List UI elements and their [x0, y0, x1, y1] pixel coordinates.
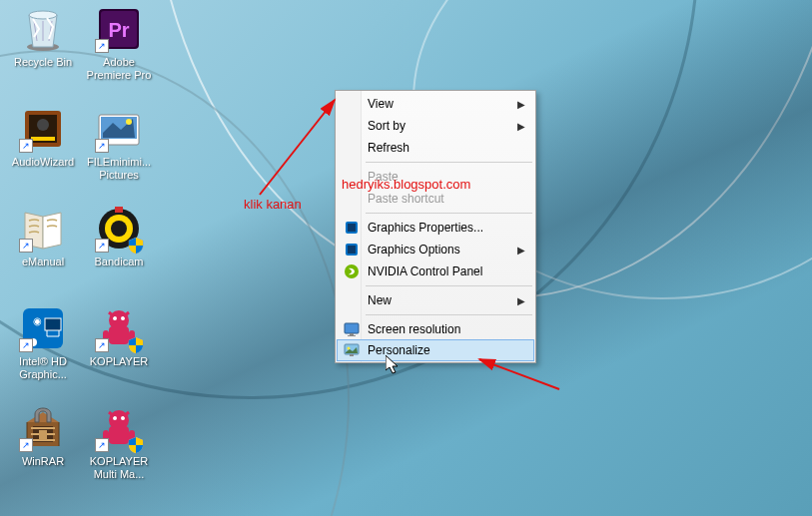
premiere-icon: Pr↗ [95, 5, 143, 53]
menu-item-label: New [368, 293, 392, 307]
menu-separator [366, 285, 532, 286]
svg-rect-27 [39, 430, 47, 440]
desktop-icon-label: WinRAR [6, 454, 80, 469]
shortcut-arrow-icon: ↗ [19, 139, 33, 153]
submenu-arrow-icon: ▶ [517, 245, 525, 256]
desktop-icon-label: Intel® HD Graphic... [6, 354, 80, 382]
shortcut-arrow-icon: ↗ [95, 338, 109, 352]
intel-hd-icon: ◉↗ [19, 304, 67, 352]
uac-shield-icon [127, 237, 145, 255]
menu-separator [366, 314, 532, 315]
menu-item-graphics-properties[interactable]: Graphics Properties... [338, 217, 533, 239]
desktop-icon-label: Bandicam [82, 255, 156, 269]
submenu-arrow-icon: ▶ [517, 121, 525, 132]
menu-item-nvidia-control-panel[interactable]: NVIDIA Control Panel [338, 260, 533, 282]
audiowizard-icon: ↗ [19, 105, 67, 153]
desktop-icon-audiowizard[interactable]: ↗AudioWizard [6, 105, 80, 170]
svg-point-1 [29, 11, 57, 19]
svg-point-11 [126, 119, 132, 125]
menu-item-label: Refresh [368, 141, 409, 155]
desktop-icon-label: eManual [6, 255, 80, 269]
recycle-bin-icon [19, 5, 67, 53]
svg-point-14 [111, 221, 127, 237]
svg-point-33 [121, 416, 125, 420]
svg-text:Pr: Pr [108, 19, 129, 41]
emanual-icon: ↗ [19, 205, 67, 253]
desktop-icon-winrar[interactable]: ↗WinRAR [6, 404, 80, 469]
menu-item-label: View [368, 97, 394, 111]
desktop-icon-label: FILEminimi... Pictures [82, 155, 156, 183]
svg-rect-44 [350, 354, 354, 356]
menu-item-view[interactable]: View▶ [338, 93, 533, 115]
desktop-icon-bandicam[interactable]: ↗Bandicam [82, 205, 156, 269]
menu-item-paste: Paste [338, 166, 533, 188]
desktop-icon-label: Adobe Premiere Pro [82, 55, 156, 83]
menu-item-graphics-options[interactable]: Graphics Options▶ [338, 239, 533, 260]
svg-text:◉: ◉ [33, 315, 42, 326]
koplayer-multi-icon: ↗ [95, 404, 143, 452]
svg-rect-39 [345, 323, 359, 333]
menu-item-screen-resolution[interactable]: Screen resolution [338, 318, 533, 340]
nvidia-icon [344, 263, 360, 279]
desktop-icon-label: AudioWizard [6, 155, 80, 170]
menu-item-label: Paste shortcut [368, 192, 444, 206]
svg-rect-35 [348, 224, 356, 232]
menu-item-label: Paste [368, 170, 399, 184]
menu-item-new[interactable]: New▶ [338, 289, 533, 311]
shortcut-arrow-icon: ↗ [95, 39, 109, 53]
shortcut-arrow-icon: ↗ [19, 438, 33, 452]
menu-item-label: Sort by [368, 119, 406, 133]
desktop-icon-intel-hd[interactable]: ◉↗Intel® HD Graphic... [6, 304, 80, 382]
svg-rect-8 [31, 137, 55, 141]
desktop-icon-fileminimizer[interactable]: ↗FILEminimi... Pictures [82, 105, 156, 183]
winrar-icon: ↗ [19, 404, 67, 452]
menu-item-label: Personalize [368, 343, 430, 357]
svg-rect-37 [348, 246, 356, 254]
desktop-icon-recycle-bin[interactable]: Recycle Bin [6, 5, 80, 70]
monitor-icon [344, 321, 360, 337]
desktop-context-menu: View▶Sort by▶RefreshPastePaste shortcutG… [335, 90, 536, 363]
shortcut-arrow-icon: ↗ [95, 239, 109, 253]
desktop-icon-emanual[interactable]: ↗eManual [6, 205, 80, 269]
uac-shield-icon [127, 336, 145, 354]
shortcut-arrow-icon: ↗ [19, 338, 33, 352]
svg-rect-41 [348, 335, 356, 336]
svg-rect-29 [109, 426, 129, 444]
svg-rect-15 [115, 207, 123, 213]
intel-chip-icon [344, 242, 360, 258]
menu-separator [366, 162, 532, 163]
personalize-icon [344, 342, 360, 358]
bandicam-icon: ↗ [95, 205, 143, 253]
menu-item-paste-shortcut: Paste shortcut [338, 188, 533, 210]
svg-point-7 [37, 119, 49, 131]
shortcut-arrow-icon: ↗ [95, 139, 109, 153]
menu-item-label: Screen resolution [368, 322, 460, 336]
menu-item-label: NVIDIA Control Panel [368, 264, 482, 278]
submenu-arrow-icon: ▶ [517, 295, 525, 306]
desktop-icon-koplayer-multi[interactable]: ↗KOPLAYER Multi Ma... [82, 404, 156, 482]
svg-rect-40 [350, 333, 354, 335]
desktop-icon-premiere[interactable]: Pr↗Adobe Premiere Pro [82, 5, 156, 83]
menu-item-refresh[interactable]: Refresh [338, 137, 533, 159]
submenu-arrow-icon: ▶ [517, 99, 525, 110]
menu-item-sort-by[interactable]: Sort by▶ [338, 115, 533, 137]
desktop-icon-koplayer[interactable]: ↗KOPLAYER [82, 304, 156, 369]
fileminimizer-icon: ↗ [95, 105, 143, 153]
svg-rect-19 [45, 318, 61, 330]
menu-item-label: Graphics Options [368, 243, 460, 257]
svg-point-32 [113, 416, 117, 420]
desktop-icon-label: KOPLAYER [82, 354, 156, 369]
intel-chip-icon [344, 220, 360, 236]
shortcut-arrow-icon: ↗ [19, 239, 33, 253]
menu-separator [366, 213, 532, 214]
shortcut-arrow-icon: ↗ [95, 438, 109, 452]
menu-item-label: Graphics Properties... [368, 221, 483, 235]
uac-shield-icon [127, 436, 145, 454]
svg-point-25 [121, 316, 125, 320]
desktop-icon-label: KOPLAYER Multi Ma... [82, 454, 156, 482]
menu-item-personalize[interactable]: Personalize [337, 339, 534, 361]
svg-point-24 [113, 316, 117, 320]
koplayer-icon: ↗ [95, 304, 143, 352]
desktop-icon-label: Recycle Bin [6, 55, 80, 70]
svg-rect-21 [109, 326, 129, 344]
